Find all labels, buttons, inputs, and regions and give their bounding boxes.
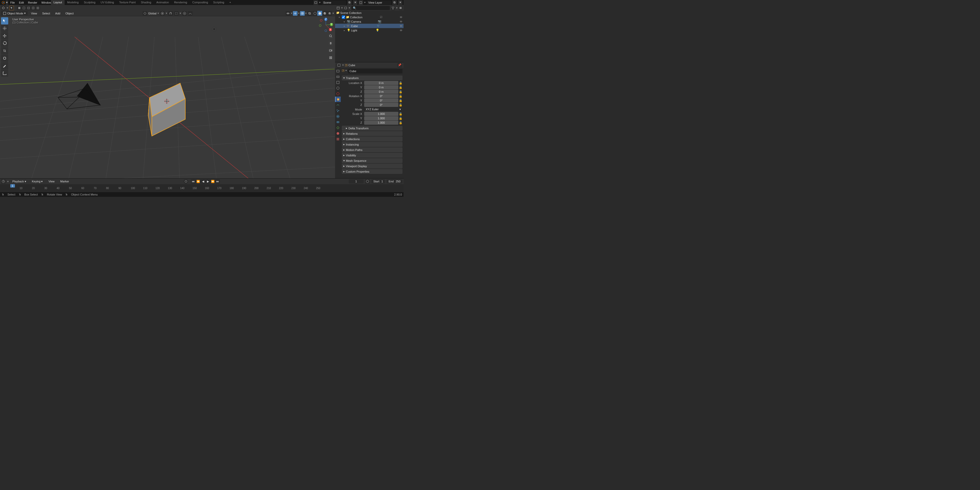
- section-custom-props[interactable]: ▸Custom Properties: [342, 169, 402, 174]
- pan-gizmo-icon[interactable]: [328, 40, 334, 46]
- new-collection-icon[interactable]: ⊞: [399, 6, 403, 10]
- shading-material[interactable]: [322, 11, 327, 16]
- dropdown-icon[interactable]: ▾: [7, 6, 8, 10]
- section-collections[interactable]: ▸Collections: [342, 137, 402, 141]
- lock-icon[interactable]: 🔓: [399, 121, 402, 124]
- overlay-toggle-icon[interactable]: [300, 11, 305, 16]
- new-viewlayer-icon[interactable]: ⧉: [392, 0, 397, 5]
- chevron-right-icon[interactable]: ▸: [344, 29, 347, 32]
- dropdown-icon[interactable]: ▾: [341, 6, 343, 10]
- outliner-search[interactable]: [351, 6, 390, 10]
- workspace-tab-shading[interactable]: Shading: [138, 0, 154, 5]
- workspace-tab-sculpting[interactable]: Sculpting: [81, 0, 98, 5]
- workspace-tab-layout[interactable]: Layout: [51, 0, 65, 5]
- lock-icon[interactable]: 🔓: [399, 86, 402, 89]
- dropdown-icon[interactable]: ▾: [291, 11, 292, 15]
- ptab-object[interactable]: [335, 97, 341, 102]
- scene-browse-icon[interactable]: [313, 0, 318, 5]
- ptab-material[interactable]: [335, 131, 341, 136]
- menu-render[interactable]: Render: [26, 0, 40, 5]
- start-frame-field[interactable]: Start1: [371, 179, 385, 184]
- pin-icon[interactable]: 📌: [397, 63, 402, 67]
- add-workspace-button[interactable]: +: [227, 0, 234, 5]
- section-delta[interactable]: ▸Delta Transform: [342, 126, 402, 131]
- dropdown-icon[interactable]: ▾: [349, 6, 350, 10]
- section-mesh-seq[interactable]: ▾Mesh Sequence: [342, 158, 402, 163]
- loc-z-field[interactable]: 0 m: [364, 89, 398, 94]
- cursor-tool[interactable]: [1, 25, 8, 32]
- object-name-field[interactable]: [348, 69, 402, 73]
- rotation-mode-select[interactable]: XYZ Euler ▾: [364, 107, 402, 112]
- dropdown-icon[interactable]: ▾: [6, 0, 8, 5]
- lock-icon[interactable]: 🔓: [399, 117, 402, 120]
- move-tool[interactable]: [1, 32, 8, 40]
- loc-y-field[interactable]: 0 m: [364, 85, 398, 89]
- chevron-right-icon[interactable]: ▸: [344, 20, 347, 23]
- autokey-icon[interactable]: [184, 179, 188, 184]
- ptab-scene[interactable]: [335, 85, 341, 91]
- chevron-right-icon[interactable]: ▸: [344, 25, 347, 27]
- section-transform[interactable]: ▾Transform: [342, 75, 402, 80]
- dropdown-icon[interactable]: ▾: [364, 1, 366, 4]
- snap-toggle-icon[interactable]: [168, 11, 173, 16]
- ptab-particles[interactable]: [335, 108, 341, 113]
- play-reverse-icon[interactable]: ◀: [201, 179, 205, 184]
- ptab-texture[interactable]: [335, 136, 341, 142]
- rotate-tool[interactable]: [1, 40, 8, 47]
- section-visibility[interactable]: ▸Visibility: [342, 153, 402, 158]
- ptab-world[interactable]: [335, 91, 341, 96]
- visibility-icon[interactable]: [286, 11, 290, 16]
- dropdown-icon[interactable]: ▾: [345, 69, 347, 75]
- annotate-tool[interactable]: [1, 62, 8, 69]
- dropdown-icon[interactable]: ▾: [305, 11, 307, 15]
- vp-menu-view[interactable]: View: [29, 11, 39, 16]
- eye-icon[interactable]: 👁: [400, 29, 402, 32]
- orientation-icon[interactable]: [143, 11, 147, 16]
- menu-edit[interactable]: Edit: [17, 0, 26, 5]
- lock-icon[interactable]: 🔓: [399, 94, 402, 98]
- measure-tool[interactable]: [1, 70, 8, 77]
- rot-x-field[interactable]: 0°: [364, 94, 398, 98]
- section-instancing[interactable]: ▸Instancing: [342, 142, 402, 147]
- axis-gizmo[interactable]: X Y Z: [318, 17, 334, 33]
- section-motion[interactable]: ▸Motion Paths: [342, 147, 402, 152]
- new-scene-icon[interactable]: ⧉: [347, 0, 352, 5]
- ptab-physics[interactable]: [335, 113, 341, 119]
- ptab-constraints[interactable]: [335, 119, 341, 125]
- ptab-data[interactable]: [335, 125, 341, 130]
- light-data-icon[interactable]: 💡: [376, 29, 379, 32]
- eye-icon[interactable]: 👁: [400, 20, 402, 23]
- eye-icon[interactable]: 👁: [400, 16, 402, 19]
- ptab-viewlayer[interactable]: [335, 80, 341, 85]
- section-viewport-display[interactable]: ▸Viewport Display: [342, 164, 402, 169]
- select-mode-invert[interactable]: [31, 6, 35, 10]
- perspective-toggle-icon[interactable]: [328, 55, 334, 61]
- tree-item-cube[interactable]: ▸ ▽ Cube ▽ 👁: [335, 24, 404, 28]
- delete-scene-icon[interactable]: ✕: [353, 0, 358, 5]
- blender-logo-icon[interactable]: [1, 0, 6, 5]
- select-mode-intersect[interactable]: [35, 6, 40, 10]
- select-mode-subtract[interactable]: [26, 6, 31, 10]
- object-mode-select[interactable]: Object Mode ▾: [1, 11, 28, 16]
- current-frame-field[interactable]: 1: [349, 179, 364, 184]
- dropdown-icon[interactable]: ▾: [332, 11, 334, 15]
- lock-icon[interactable]: 🔓: [399, 112, 402, 116]
- shading-rendered[interactable]: [327, 11, 332, 16]
- workspace-tab-uv-editing[interactable]: UV Editing: [98, 0, 116, 5]
- vp-menu-add[interactable]: Add: [53, 11, 62, 16]
- gizmo-toggle-icon[interactable]: [293, 11, 298, 16]
- viewport-3d[interactable]: User Perspective (1) Collection | Cube X…: [0, 16, 335, 178]
- delete-viewlayer-icon[interactable]: ✕: [398, 0, 402, 5]
- pivot-icon[interactable]: [160, 11, 165, 16]
- mesh-data-icon[interactable]: ▽: [377, 24, 379, 27]
- shading-solid[interactable]: [317, 11, 322, 16]
- vp-menu-object[interactable]: Object: [63, 11, 76, 16]
- select-box-tool[interactable]: [1, 17, 8, 24]
- dropdown-icon[interactable]: ▾: [298, 11, 299, 15]
- lock-icon[interactable]: 🔓: [399, 81, 402, 85]
- select-mode-extend[interactable]: [22, 6, 26, 10]
- tree-collection[interactable]: ▾ 📁 Collection ☑ 👁: [335, 15, 404, 19]
- transform-tool[interactable]: [1, 54, 8, 62]
- scale-tool[interactable]: [1, 47, 8, 54]
- workspace-tab-rendering[interactable]: Rendering: [172, 0, 190, 5]
